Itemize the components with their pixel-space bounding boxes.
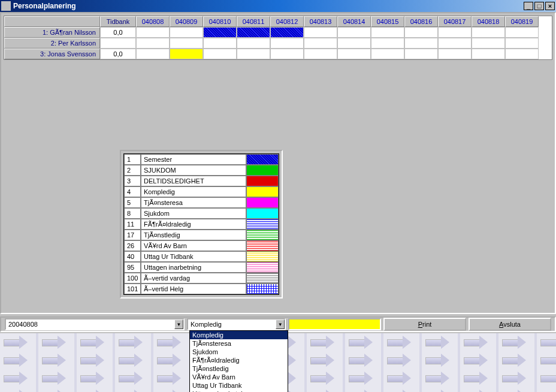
schedule-cell[interactable] — [170, 27, 203, 38]
header-date[interactable]: 040817 — [438, 16, 472, 27]
header-date[interactable]: 040808 — [136, 16, 170, 27]
schedule-cell[interactable] — [505, 27, 539, 38]
employee-name[interactable]: 1: GÃ¶ran Nilsson — [4, 27, 100, 38]
header-tidbank[interactable]: Tidbank — [100, 16, 136, 27]
schedule-cell[interactable] — [170, 49, 203, 59]
arrow-icon — [464, 336, 488, 349]
schedule-cell[interactable] — [270, 49, 304, 59]
schedule-cell[interactable] — [438, 38, 472, 49]
app-icon — [1, 1, 11, 11]
schedule-cell[interactable] — [203, 27, 237, 38]
schedule-cell[interactable] — [270, 38, 304, 49]
header-date[interactable]: 040812 — [270, 16, 304, 27]
schedule-cell[interactable] — [438, 49, 472, 59]
type-combo[interactable]: ▼ — [187, 318, 286, 330]
schedule-cell[interactable] — [237, 49, 270, 59]
schedule-cell[interactable] — [203, 38, 237, 49]
schedule-cell[interactable] — [136, 27, 170, 38]
schedule-cell[interactable] — [203, 49, 237, 59]
header-date[interactable]: 040811 — [237, 16, 270, 27]
schedule-cell[interactable] — [170, 38, 203, 49]
legend-swatch — [246, 284, 279, 294]
legend-num: 5 — [124, 197, 141, 208]
dropdown-item[interactable]: Uttagen inarbetning — [190, 390, 288, 392]
legend-label: DELTIDSLEDIGHET — [141, 176, 246, 186]
schedule-cell[interactable] — [472, 49, 505, 59]
chevron-down-icon[interactable]: ▼ — [276, 319, 285, 329]
arrow-icon — [80, 372, 104, 385]
schedule-cell[interactable] — [472, 38, 505, 49]
date-combo[interactable]: ▼ — [5, 318, 185, 330]
schedule-cell[interactable] — [136, 38, 170, 49]
schedule-cell[interactable] — [270, 27, 304, 38]
date-input[interactable] — [6, 319, 174, 329]
schedule-cell[interactable] — [136, 49, 170, 59]
schedule-cell[interactable] — [404, 38, 438, 49]
legend-label: FÃ¶rÃ¤ldraledig — [141, 219, 246, 230]
schedule-cell[interactable] — [404, 49, 438, 59]
schedule-cell[interactable] — [337, 38, 371, 49]
schedule-cell[interactable] — [304, 49, 337, 59]
header-date[interactable]: 040810 — [203, 16, 237, 27]
header-date[interactable]: 040809 — [170, 16, 203, 27]
schedule-cell[interactable] — [337, 27, 371, 38]
close-app-button[interactable]: Avsluta — [469, 318, 551, 331]
dropdown-item[interactable]: Sjukdom — [190, 348, 288, 356]
dropdown-item[interactable]: TjÃ¤nstledig — [190, 364, 288, 373]
dropdown-item[interactable]: VÃ¥rd Av Barn — [190, 373, 288, 381]
legend-swatch — [246, 273, 279, 284]
arrow-icon — [349, 390, 373, 392]
header-date[interactable]: 040819 — [505, 16, 539, 27]
arrow-icon — [540, 372, 556, 385]
arrow-icon — [502, 390, 526, 392]
employee-name[interactable]: 3: Jonas Svensson — [4, 49, 100, 59]
header-date[interactable]: 040814 — [337, 16, 371, 27]
schedule-cell[interactable] — [237, 27, 270, 38]
schedule-cell[interactable] — [404, 27, 438, 38]
arrow-icon — [540, 354, 556, 367]
schedule-cell[interactable] — [438, 27, 472, 38]
arrow-icon — [4, 372, 28, 385]
dropdown-item[interactable]: Kompledig — [190, 331, 288, 339]
minimize-button[interactable]: _ — [524, 2, 533, 10]
schedule-cell[interactable] — [304, 38, 337, 49]
arrow-icon — [425, 336, 449, 349]
header-date[interactable]: 040818 — [472, 16, 505, 27]
print-button[interactable]: Print — [383, 318, 466, 331]
window-buttons: _ □ × — [524, 2, 555, 10]
schedule-cell[interactable] — [237, 38, 270, 49]
close-button[interactable]: × — [545, 2, 555, 10]
header-date[interactable]: 040813 — [304, 16, 337, 27]
header-name — [4, 16, 100, 27]
dropdown-item[interactable]: Uttag Ur Tidbank — [190, 381, 288, 390]
header-date[interactable]: 040815 — [371, 16, 404, 27]
schedule-cell[interactable] — [337, 49, 371, 59]
type-input[interactable] — [188, 319, 276, 329]
arrow-icon — [540, 336, 556, 349]
schedule-cell[interactable] — [371, 49, 404, 59]
maximize-button[interactable]: □ — [534, 2, 544, 10]
chevron-down-icon[interactable]: ▼ — [174, 319, 183, 329]
employee-name[interactable]: 2: Per Karlsson — [4, 38, 100, 49]
print-label: rint — [422, 321, 431, 328]
arrow-icon — [425, 372, 449, 385]
schedule-cell[interactable] — [304, 27, 337, 38]
schedule-cell[interactable] — [505, 49, 539, 59]
arrow-icon — [425, 354, 449, 367]
dropdown-item[interactable]: TjÃ¤nsteresa — [190, 339, 288, 348]
arrow-icon — [387, 336, 411, 349]
legend-label: Semester — [141, 154, 246, 165]
legend-swatch — [246, 251, 279, 262]
arrow-icon — [349, 372, 373, 385]
schedule-cell[interactable] — [505, 38, 539, 49]
schedule-cell[interactable] — [371, 27, 404, 38]
schedule-cell[interactable] — [472, 27, 505, 38]
legend-num: 2 — [124, 165, 141, 176]
table-row: 1: GÃ¶ran Nilsson0,0 — [4, 27, 552, 38]
header-date[interactable]: 040816 — [404, 16, 438, 27]
schedule-cell[interactable] — [371, 38, 404, 49]
arrow-icon — [119, 390, 143, 392]
arrow-icon — [42, 336, 66, 349]
dropdown-item[interactable]: FÃ¶rÃ¤ldraledig — [190, 356, 288, 364]
type-dropdown[interactable]: KompledigTjÃ¤nsteresaSjukdomFÃ¶rÃ¤ldrale… — [189, 330, 288, 392]
